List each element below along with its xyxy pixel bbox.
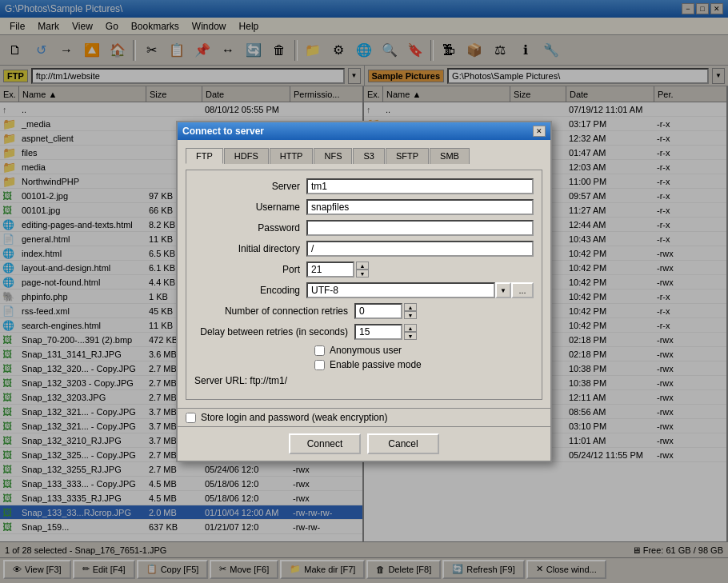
retries-spin-down[interactable]: ▼ [404,311,417,319]
username-label: Username [194,202,306,213]
server-input[interactable] [306,178,534,194]
delay-label: Delay between retries (in seconds) [194,326,354,337]
anon-label: Anonymous user [330,345,402,356]
modal-title-bar: Connect to server ✕ [178,122,550,140]
anon-checkbox[interactable] [314,345,325,356]
initdir-row: Initial directory [194,241,534,257]
modal-tab-nfs[interactable]: NFS [314,148,352,164]
modal-tab-smb[interactable]: SMB [430,148,470,164]
delay-spin-down[interactable]: ▼ [404,332,417,340]
anon-check-row: Anonymous user [314,345,534,356]
initdir-label: Initial directory [194,243,306,254]
password-label: Password [194,222,306,234]
delay-spin-up[interactable]: ▲ [404,324,417,332]
encoding-ellipsis-btn[interactable]: ... [511,282,534,298]
port-spin-buttons: ▲ ▼ [356,262,369,278]
modal-tabs: FTPHDFSHTTPNFSS3SFTPSMB [186,148,542,164]
port-spinner: ▲ ▼ [306,262,534,278]
store-checkbox[interactable] [186,413,196,423]
initdir-input[interactable] [306,241,534,257]
port-spin-down[interactable]: ▼ [356,270,369,278]
delay-row: Delay between retries (in seconds) ▲ ▼ [194,324,534,340]
username-input[interactable] [306,199,534,215]
server-url: Server URL: ftp://tm1/ [194,375,534,386]
cancel-button[interactable]: Cancel [367,433,439,454]
port-input[interactable] [306,262,354,278]
port-label: Port [194,264,306,275]
delay-spin-buttons: ▲ ▼ [404,324,417,340]
modal-overlay: Connect to server ✕ FTPHDFSHTTPNFSS3SFTP… [0,0,728,583]
retries-spin-up[interactable]: ▲ [404,303,417,311]
encoding-input[interactable] [306,282,495,298]
server-label: Server [194,181,306,192]
passive-check-row: Enable passive mode [314,359,534,370]
retries-spin-buttons: ▲ ▼ [404,303,417,319]
encoding-row: Encoding ▼ ... [194,282,534,298]
retries-input[interactable] [354,303,402,319]
modal-footer: Connect Cancel [178,426,550,461]
modal-tab-hdfs[interactable]: HDFS [224,148,269,164]
modal-body: FTPHDFSHTTPNFSS3SFTPSMB Server Username … [178,140,550,408]
passive-label: Enable passive mode [330,359,422,370]
modal-title-text: Connect to server [182,126,264,137]
password-input[interactable] [306,220,534,236]
connect-button[interactable]: Connect [289,433,361,454]
connect-dialog: Connect to server ✕ FTPHDFSHTTPNFSS3SFTP… [176,121,552,462]
server-row: Server [194,178,534,194]
encoding-combo: ▼ ... [306,282,534,298]
tab-content-ftp: Server Username Password Initial directo… [186,170,542,400]
delay-input[interactable] [354,324,402,340]
store-check-row: Store login and password (weak encryptio… [178,408,550,426]
username-row: Username [194,199,534,215]
modal-close-button[interactable]: ✕ [533,126,546,137]
retries-row: Number of connection retries ▲ ▼ [194,303,534,319]
modal-tab-s3[interactable]: S3 [353,148,384,164]
modal-tab-http[interactable]: HTTP [270,148,314,164]
delay-spinner: ▲ ▼ [354,324,534,340]
modal-tab-sftp[interactable]: SFTP [386,148,429,164]
encoding-label: Encoding [194,285,306,296]
passive-checkbox[interactable] [314,360,325,370]
store-label: Store login and password (weak encryptio… [201,412,387,423]
port-spin-up[interactable]: ▲ [356,262,369,270]
port-row: Port ▲ ▼ [194,262,534,278]
retries-label: Number of connection retries [194,305,354,317]
encoding-dropdown-btn[interactable]: ▼ [495,282,511,298]
password-row: Password [194,220,534,236]
modal-tab-ftp[interactable]: FTP [186,148,223,164]
retries-spinner: ▲ ▼ [354,303,534,319]
